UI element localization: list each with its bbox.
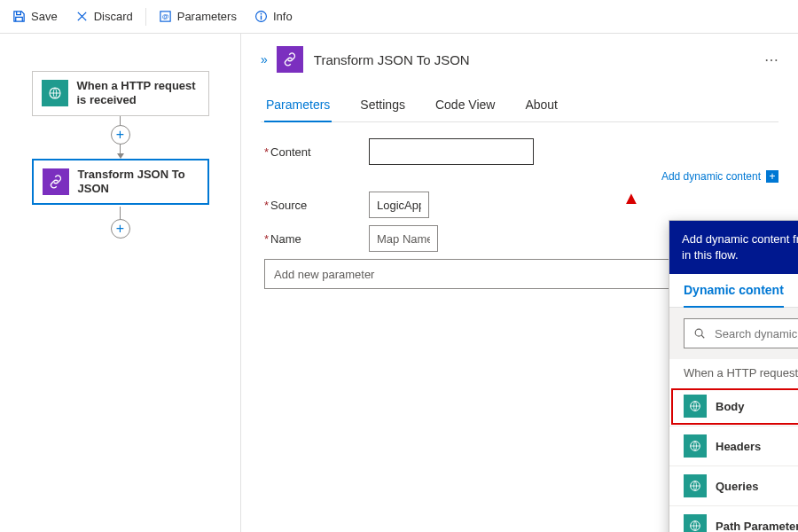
connector: + bbox=[111, 116, 130, 159]
http-icon bbox=[42, 80, 68, 106]
svg-rect-4 bbox=[261, 16, 262, 20]
http-icon bbox=[684, 434, 707, 458]
action-node-label: Transform JSON To JSON bbox=[78, 168, 199, 197]
http-icon bbox=[684, 514, 707, 532]
source-label: *Source bbox=[264, 199, 369, 212]
dynamic-item-label: Queries bbox=[716, 480, 758, 493]
svg-point-3 bbox=[261, 13, 262, 15]
add-dynamic-content-link[interactable]: Add dynamic content bbox=[661, 170, 761, 183]
add-new-parameter-label: Add new parameter bbox=[274, 268, 374, 281]
dynamic-item-body[interactable]: Body bbox=[669, 387, 798, 426]
svg-text:@: @ bbox=[161, 12, 168, 20]
dynamic-item-label: Body bbox=[716, 400, 745, 413]
dynamic-item-path-parameters[interactable]: Path Parameters bbox=[669, 506, 798, 532]
dynamic-item-label: Path Parameters bbox=[716, 520, 798, 532]
source-input[interactable] bbox=[369, 192, 429, 218]
dynamic-item-headers[interactable]: Headers bbox=[669, 426, 798, 466]
content-input[interactable] bbox=[369, 138, 534, 165]
add-step-button-2[interactable]: + bbox=[111, 219, 130, 239]
discard-icon bbox=[75, 10, 89, 23]
discard-label: Discard bbox=[94, 10, 133, 23]
parameters-button[interactable]: @ Parameters bbox=[152, 6, 244, 27]
add-step-button[interactable]: + bbox=[111, 125, 130, 145]
save-icon bbox=[12, 10, 26, 23]
pane-more-button[interactable]: ⋯ bbox=[764, 51, 778, 68]
popover-section-title: When a HTTP request is received bbox=[669, 359, 798, 387]
trigger-node[interactable]: When a HTTP request is received bbox=[32, 71, 209, 116]
action-node[interactable]: Transform JSON To JSON bbox=[32, 159, 209, 206]
name-label: *Name bbox=[264, 232, 369, 246]
content-label: *Content bbox=[264, 145, 369, 159]
pane-tabs: Parameters Settings Code View About bbox=[261, 92, 778, 122]
dynamic-item-queries[interactable]: Queries bbox=[669, 466, 798, 506]
save-label: Save bbox=[31, 10, 58, 23]
http-icon bbox=[684, 395, 707, 418]
info-label: Info bbox=[273, 10, 293, 23]
name-input[interactable] bbox=[369, 225, 438, 252]
tab-codeview[interactable]: Code View bbox=[434, 92, 497, 121]
info-icon bbox=[254, 10, 268, 23]
collapse-pane-button[interactable]: » bbox=[261, 52, 266, 66]
designer-canvas[interactable]: When a HTTP request is received + Transf… bbox=[0, 34, 241, 532]
trigger-node-label: When a HTTP request is received bbox=[77, 79, 200, 108]
dynamic-item-label: Headers bbox=[716, 440, 761, 453]
toolbar-divider bbox=[145, 8, 146, 26]
popover-header-text: Add dynamic content from the apps and co… bbox=[682, 231, 798, 263]
parameters-icon: @ bbox=[159, 10, 172, 23]
tab-parameters[interactable]: Parameters bbox=[264, 92, 332, 122]
popover-search-input[interactable] bbox=[713, 326, 798, 341]
info-button[interactable]: Info bbox=[247, 6, 300, 27]
action-pane: » Transform JSON To JSON ⋯ Parameters Se… bbox=[241, 34, 798, 532]
svg-line-7 bbox=[701, 336, 704, 339]
tab-about[interactable]: About bbox=[523, 92, 559, 121]
parameters-label: Parameters bbox=[177, 10, 237, 23]
connector-end: + bbox=[111, 207, 130, 239]
dynamic-content-popover: Add dynamic content from the apps and co… bbox=[669, 220, 798, 532]
toolbar: Save Discard @ Parameters Info bbox=[0, 0, 798, 34]
svg-point-6 bbox=[695, 330, 702, 337]
callout-arrow: ▲ bbox=[622, 188, 640, 208]
discard-button[interactable]: Discard bbox=[68, 6, 140, 27]
popover-tab-dynamic[interactable]: Dynamic content bbox=[684, 283, 784, 308]
plus-icon[interactable]: + bbox=[766, 170, 778, 183]
pane-title: Transform JSON To JSON bbox=[314, 52, 470, 67]
tab-settings[interactable]: Settings bbox=[358, 92, 407, 121]
chain-icon bbox=[277, 46, 303, 73]
popover-search[interactable] bbox=[684, 318, 798, 348]
search-icon bbox=[693, 327, 706, 340]
chain-icon bbox=[43, 168, 69, 195]
http-icon bbox=[684, 474, 707, 497]
save-button[interactable]: Save bbox=[5, 6, 65, 27]
